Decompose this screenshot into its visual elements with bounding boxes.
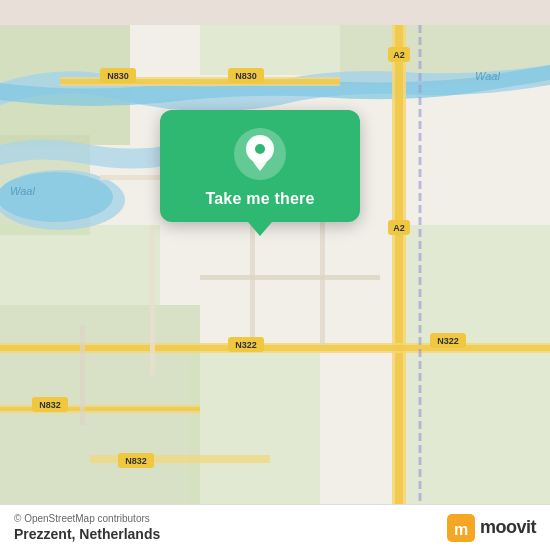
svg-text:N830: N830 <box>235 71 257 81</box>
map-background: N830 N830 A2 A2 N322 N322 N832 N832 Waal… <box>0 0 550 550</box>
svg-text:N322: N322 <box>437 336 459 346</box>
svg-text:N322: N322 <box>235 340 257 350</box>
svg-text:A2: A2 <box>393 223 405 233</box>
location-pin-icon <box>244 135 276 173</box>
location-name: Prezzent, Netherlands <box>14 526 160 542</box>
svg-rect-5 <box>190 345 320 525</box>
svg-rect-3 <box>0 225 160 305</box>
svg-rect-12 <box>395 25 403 525</box>
svg-point-46 <box>255 144 265 154</box>
bottom-bar: © OpenStreetMap contributors Prezzent, N… <box>0 504 550 550</box>
svg-rect-4 <box>0 305 200 525</box>
svg-text:N832: N832 <box>39 400 61 410</box>
osm-credit: © OpenStreetMap contributors <box>14 513 160 524</box>
popup-card: Take me there <box>160 110 360 222</box>
svg-rect-24 <box>80 325 85 425</box>
bottom-left-info: © OpenStreetMap contributors Prezzent, N… <box>14 513 160 542</box>
svg-rect-23 <box>250 225 255 345</box>
svg-text:N832: N832 <box>125 456 147 466</box>
svg-rect-18 <box>0 407 200 411</box>
moovit-logo-icon: m <box>447 514 475 542</box>
svg-text:m: m <box>454 521 468 538</box>
svg-rect-21 <box>150 225 155 375</box>
moovit-logo-text: moovit <box>480 517 536 538</box>
svg-point-10 <box>0 172 113 222</box>
take-me-there-button[interactable]: Take me there <box>205 190 314 208</box>
svg-rect-19 <box>90 455 270 463</box>
svg-text:N830: N830 <box>107 71 129 81</box>
svg-rect-7 <box>400 225 550 525</box>
moovit-logo: m moovit <box>447 514 536 542</box>
svg-rect-8 <box>200 25 340 75</box>
svg-text:Waal: Waal <box>10 185 35 197</box>
svg-text:Waal: Waal <box>475 70 500 82</box>
map-container: N830 N830 A2 A2 N322 N322 N832 N832 Waal… <box>0 0 550 550</box>
location-icon-wrapper <box>234 128 286 180</box>
svg-rect-22 <box>200 275 380 280</box>
svg-text:A2: A2 <box>393 50 405 60</box>
